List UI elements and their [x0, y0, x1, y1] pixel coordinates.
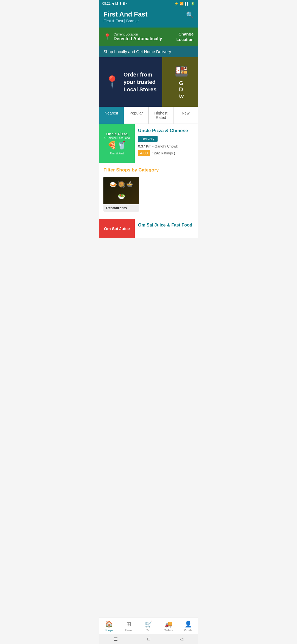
location-banner: 📍 Current Location Detected Automaticall… [99, 28, 198, 46]
location-value: Detected Automatically [114, 36, 162, 41]
carousel-card-2[interactable]: 🍱 GDtv [162, 57, 198, 107]
category-restaurants-image: 🍛 🥘 🍲 🥗 [103, 177, 139, 204]
location-arrow-icon: ◀ [112, 2, 114, 6]
category-restaurants-label: Restaurants [103, 204, 139, 212]
shop-brand-label: First & Fast [110, 152, 124, 155]
food-bowl-icon-4: 🥗 [118, 193, 125, 200]
tab-nearest[interactable]: Nearest [99, 107, 124, 124]
om-sai-image-text: Om Sai Juice [104, 226, 130, 231]
rating-count: ( 292 Ratings ) [152, 151, 175, 155]
location-pin-icon: 📍 [103, 33, 111, 40]
promo-text-banner: Shop Locally and Get Home Delivery [99, 46, 198, 57]
tab-popular[interactable]: Popular [124, 107, 148, 124]
gmail-icon: M [115, 2, 118, 6]
om-sai-image: Om Sai Juice [99, 219, 135, 238]
carousel-pin-icon: 📍 [105, 75, 120, 89]
food-bowl-icon-1: 🍛 [109, 181, 117, 188]
promo-text: Shop Locally and Get Home Delivery [103, 49, 171, 54]
shop-food-emoji: 🍕🥤 [107, 141, 127, 150]
om-sai-info: Om Sai Juice & Fast Food [135, 219, 198, 238]
wifi-icon: 📶 [180, 2, 184, 6]
food-bowl-icon-3: 🍲 [126, 181, 133, 188]
bluetooth-icon: ⚡ [174, 2, 178, 6]
search-button[interactable]: 🔍 [186, 12, 194, 19]
tab-highest-rated[interactable]: Highest Rated [148, 107, 173, 124]
filter-tabs: Nearest Popular Highest Rated New [99, 107, 198, 124]
shop-image-subtitle: & Chinese Fast Food [104, 137, 130, 140]
location-label: Current Location [114, 32, 162, 36]
shop-image-title: Uncle Pizza [106, 132, 127, 137]
shop-card-uncle-pizza[interactable]: Uncle Pizza & Chinese Fast Food 🍕🥤 First… [99, 124, 198, 163]
status-left: 08:22 ◀ M ⬇ B • [102, 2, 127, 6]
status-bar: 08:22 ◀ M ⬇ B • ⚡ 📶 ▌▌ 🔋 [99, 0, 198, 7]
shop-name: Uncle Pizza & Chinese [138, 128, 195, 133]
delivery-badge: Delivery [138, 136, 158, 142]
download-icon: ⬇ [119, 2, 122, 6]
battery-icon: 🔋 [191, 2, 195, 6]
shop-distance: 0.37 Km - Gandhi Chowk [138, 144, 195, 148]
carousel-card-2-text: GDtv [179, 80, 184, 99]
filter-section-title: Filter Shops by Category [103, 167, 194, 173]
shop-rating: 4.00 ( 292 Ratings ) [138, 150, 195, 156]
signal-icon: ▌▌ [185, 2, 189, 6]
shop-card-image: Uncle Pizza & Chinese Fast Food 🍕🥤 First… [99, 124, 135, 163]
category-restaurants[interactable]: 🍛 🥘 🍲 🥗 Restaurants [103, 177, 139, 212]
food-bowl-icon-2: 🥘 [118, 181, 125, 188]
location-info: 📍 Current Location Detected Automaticall… [103, 32, 162, 41]
carousel-card-1-text: Order fromyour trustedLocal Stores [123, 71, 156, 93]
app-subtitle: First & Fast | Barmer [103, 19, 147, 23]
carousel-card-1[interactable]: 📍 Order fromyour trustedLocal Stores [99, 57, 162, 107]
b-icon: B [123, 2, 125, 6]
filter-section: Filter Shops by Category 🍛 🥘 🍲 🥗 Restaur… [99, 163, 198, 219]
shop-card-info: Uncle Pizza & Chinese Delivery 0.37 Km -… [135, 124, 198, 163]
location-text-block: Current Location Detected Automatically [114, 32, 162, 41]
header-text: First And Fast First & Fast | Barmer [103, 10, 147, 23]
om-sai-card[interactable]: Om Sai Juice Om Sai Juice & Fast Food [99, 219, 198, 238]
om-sai-name: Om Sai Juice & Fast Food [138, 223, 195, 228]
dot-icon: • [126, 2, 127, 6]
change-location-button[interactable]: ChangeLocation [177, 31, 194, 42]
app-title: First And Fast [103, 10, 147, 18]
restaurants-food-display: 🍛 🥘 🍲 🥗 [103, 177, 139, 204]
carousel: 📍 Order fromyour trustedLocal Stores 🍱 G… [99, 57, 198, 107]
carousel-card-2-icon: 🍱 [175, 65, 188, 78]
status-right: ⚡ 📶 ▌▌ 🔋 [174, 2, 195, 6]
rating-score: 4.00 [138, 150, 150, 156]
category-grid: 🍛 🥘 🍲 🥗 Restaurants [103, 177, 194, 214]
header: First And Fast First & Fast | Barmer 🔍 [99, 7, 198, 28]
time: 08:22 [102, 2, 111, 6]
tab-new[interactable]: New [173, 107, 198, 124]
